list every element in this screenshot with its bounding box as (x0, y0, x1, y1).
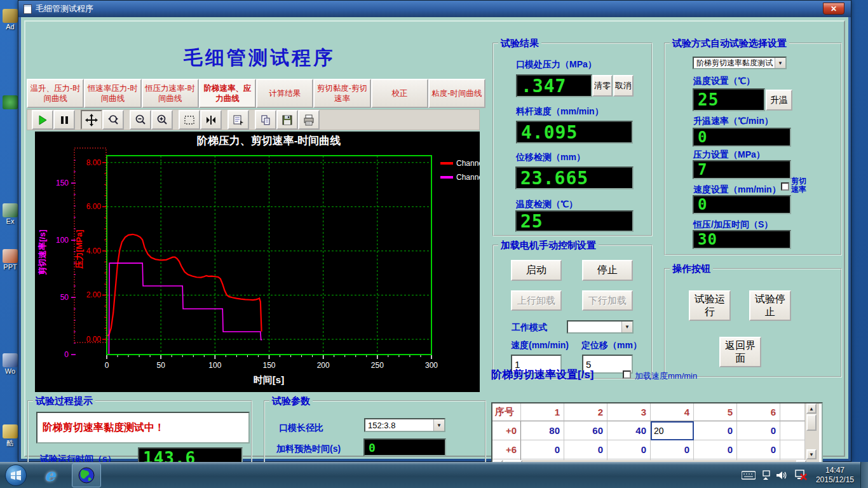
desktop-icon-green-app[interactable] (1, 95, 20, 109)
print-button[interactable] (298, 110, 320, 130)
table-cell[interactable]: 0 (521, 440, 564, 459)
show-desktop-button[interactable] (860, 462, 868, 488)
chart-canvas: 阶梯压力、剪切速率-时间曲线050100150200250300时间[s]050… (35, 132, 480, 392)
close-button[interactable]: ✕ (823, 3, 844, 15)
ram-speed-display: 4.095 (516, 121, 633, 144)
pan-button[interactable] (81, 110, 102, 130)
tab-const-pressure-rate-time[interactable]: 恒压力速率-时间曲线 (142, 79, 199, 108)
tab-const-rate-pressure-time[interactable]: 恒速率压力-时间曲线 (84, 79, 141, 108)
chevron-down-icon[interactable]: ▼ (775, 58, 785, 68)
col-header[interactable]: 2 (564, 403, 607, 421)
operation-panel: 操作按钮 试验运行 试验停止 返回界面 (664, 268, 842, 377)
svg-text:50: 50 (156, 361, 165, 370)
table-cell[interactable]: 0 (607, 440, 651, 459)
displacement-display: 23.665 (515, 166, 634, 189)
up-unload-button[interactable]: 上行卸载 (511, 290, 562, 311)
desktop-icon-word[interactable]: Wo (1, 353, 20, 375)
select-region-button[interactable] (179, 110, 200, 130)
test-run-button[interactable]: 试验运行 (689, 290, 731, 321)
desktop-icon-music[interactable]: 酷 (1, 424, 20, 448)
desktop-icon-ppt[interactable]: PPT (1, 249, 20, 271)
start-button[interactable] (5, 464, 27, 486)
copy-button[interactable] (255, 110, 276, 130)
col-header[interactable]: 4 (651, 403, 694, 421)
tab-temp-pressure-time[interactable]: 温升、压力-时间曲线 (27, 79, 84, 108)
scroll-up-arrow[interactable]: ▲ (806, 403, 817, 414)
start-button[interactable]: 启动 (511, 260, 562, 281)
network-disconnected-tray-icon[interactable] (794, 470, 808, 481)
table-cell[interactable]: 0 (694, 421, 737, 440)
temp-detect-display: 25 (515, 210, 634, 232)
zoom-in-button[interactable] (151, 110, 173, 130)
table-cell[interactable]: 0 (737, 440, 780, 459)
tab-bar: 温升、压力-时间曲线 恒速率压力-时间曲线 恒压力速率-时间曲线 阶梯速率、应力… (27, 79, 485, 108)
row-label[interactable]: +6 (492, 440, 521, 459)
table-cell[interactable]: 0 (737, 421, 780, 440)
table-row: +0 80 60 40 20 0 0 (492, 421, 805, 440)
col-header[interactable]: 6 (737, 403, 780, 421)
clear-button[interactable]: 清零 (592, 75, 613, 97)
desktop-icon-adobe[interactable]: Ad (1, 9, 20, 30)
table-cell-extra (780, 440, 805, 459)
table-cell[interactable]: 0 (651, 440, 694, 459)
word-icon (3, 353, 18, 367)
chevron-down-icon[interactable]: ▼ (621, 322, 632, 332)
keyboard-tray-icon[interactable] (742, 471, 756, 480)
stop-button[interactable]: 停止 (582, 260, 633, 281)
down-load-button[interactable]: 下行加载 (582, 290, 633, 311)
col-header[interactable]: 5 (694, 403, 737, 421)
test-params-panel: 试验参数 口模长径比 152:3.8 ▼ 加料预热时间(s) 0 (264, 400, 486, 471)
volume-tray-icon[interactable] (776, 470, 789, 480)
test-mode-value: 阶梯剪切速率黏度测试 (694, 58, 775, 68)
zoom-out-button[interactable] (130, 110, 151, 130)
tab-shear-viscosity-rate[interactable]: 剪切黏度-剪切速率 (313, 79, 370, 108)
tab-viscosity-time[interactable]: 粘度-时间曲线 (428, 79, 485, 108)
fit-axes-button[interactable] (200, 110, 222, 130)
table-cell[interactable]: 0 (564, 440, 607, 459)
process-hint-panel: 试验过程提示 阶梯剪切速率黏度测试中！ 试验运行时间（s） 143.6 (27, 400, 252, 471)
table-cell-editing[interactable]: 20 (651, 421, 694, 440)
die-ratio-select[interactable]: 152:3.8 ▼ (364, 418, 445, 432)
step-pressure-shear-rate-chart[interactable]: 阶梯压力、剪切速率-时间曲线050100150200250300时间[s]050… (35, 132, 480, 392)
show-hidden-icons-button[interactable] (761, 470, 770, 480)
heat-button[interactable]: 升温 (766, 90, 792, 111)
load-speed-checkbox[interactable] (623, 370, 631, 379)
titlebar[interactable]: 毛细管测试程序 (18, 1, 851, 17)
col-header[interactable]: 3 (607, 403, 651, 421)
ie-taskbar-icon[interactable]: e (44, 465, 55, 485)
svg-text:0: 0 (105, 361, 109, 370)
v-scroll-thumb[interactable] (806, 414, 817, 431)
tab-calibration[interactable]: 校正 (371, 79, 428, 108)
zoom-window-button[interactable] (102, 110, 124, 130)
tab-calc-result[interactable]: 计算结果 (256, 79, 313, 108)
test-stop-button[interactable]: 试验停止 (749, 290, 791, 321)
adobe-icon (3, 9, 18, 23)
back-button[interactable]: 返回界面 (719, 337, 761, 367)
taskbar-clock[interactable]: 14:47 2015/12/15 (816, 466, 854, 485)
cancel-button[interactable]: 取消 (613, 75, 634, 97)
chevron-down-icon[interactable]: ▼ (433, 419, 444, 431)
page-title: 毛细管测试程序 (116, 45, 402, 71)
work-mode-select[interactable]: ▼ (567, 320, 634, 334)
play-button[interactable] (32, 110, 53, 130)
operation-title: 操作按钮 (670, 263, 713, 275)
tab-step-rate-stress[interactable]: 阶梯速率、应力曲线 (199, 79, 256, 108)
save-button[interactable] (276, 110, 298, 130)
test-mode-select[interactable]: 阶梯剪切速率黏度测试 ▼ (693, 57, 787, 69)
scroll-down-arrow[interactable]: ▼ (806, 449, 817, 459)
v-scrollbar[interactable]: ▲ ▼ (805, 403, 819, 460)
desktop-icon-excel[interactable]: Ex (1, 203, 20, 225)
table-cell[interactable]: 60 (564, 421, 607, 440)
work-mode-label: 工作模式 (512, 322, 547, 334)
target-displacement-label: 定位移（mm） (581, 340, 642, 351)
row-label[interactable]: +0 (492, 421, 521, 440)
table-cell[interactable]: 40 (607, 421, 651, 440)
table-cell[interactable]: 0 (694, 440, 737, 459)
shear-rate-checkbox[interactable] (781, 182, 789, 191)
die-ratio-label: 口模长径比 (279, 423, 323, 434)
active-app-taskbar-button[interactable] (72, 463, 101, 487)
pause-button[interactable] (53, 110, 75, 130)
properties-button[interactable] (227, 110, 249, 130)
col-header[interactable]: 1 (521, 403, 564, 421)
table-cell[interactable]: 80 (521, 421, 564, 440)
